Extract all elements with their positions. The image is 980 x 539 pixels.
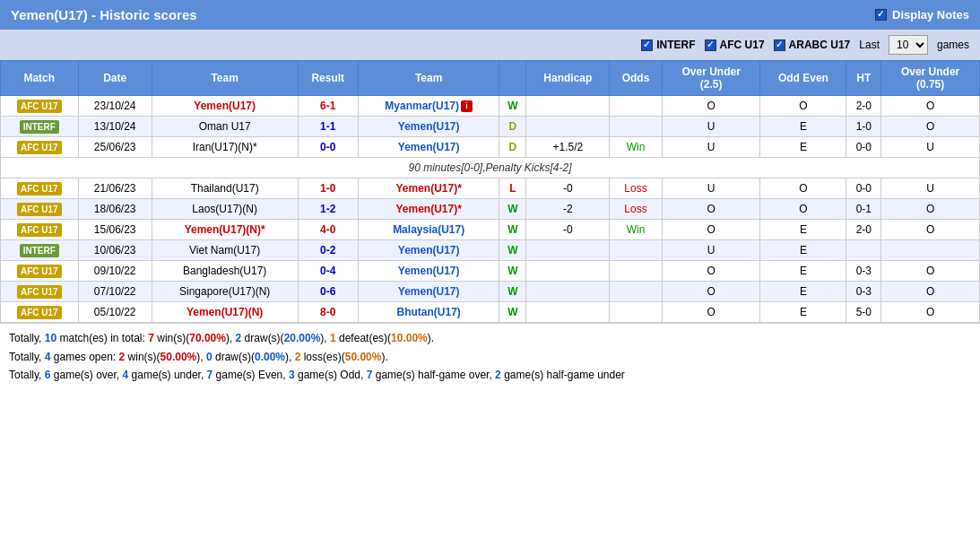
match-outcome: W — [499, 261, 526, 282]
match-team1: Yemen(U17) — [152, 96, 298, 117]
match-team1: Oman U17 — [152, 117, 298, 137]
match-oe: E — [760, 261, 846, 282]
match-oe: E — [760, 220, 846, 240]
match-handicap: -0 — [526, 220, 610, 240]
filter-arabc[interactable]: ARABC U17 — [774, 39, 851, 51]
summary-line-1: Totally, 10 match(es) in total: 7 win(s)… — [9, 329, 971, 347]
match-ou075: O — [881, 96, 980, 117]
match-odds: Win — [610, 137, 663, 158]
match-team2: Yemen(U17) — [358, 117, 499, 137]
col-result: Result — [298, 61, 358, 96]
last-label: Last — [859, 39, 880, 51]
match-result: 1-0 — [298, 178, 358, 199]
match-handicap: -2 — [526, 199, 610, 220]
match-ht: 0-3 — [846, 282, 881, 302]
match-team1: Thailand(U17) — [152, 178, 298, 199]
match-outcome: W — [499, 302, 526, 323]
match-odds — [610, 261, 663, 282]
match-ht — [846, 240, 881, 261]
match-team1: Laos(U17)(N) — [152, 199, 298, 220]
match-ou25: O — [662, 199, 760, 220]
match-result: 4-0 — [298, 220, 358, 240]
match-ou075: U — [881, 137, 980, 158]
col-team1: Team — [152, 61, 298, 96]
match-ht: 0-3 — [846, 261, 881, 282]
match-team1: Singapore(U17)(N) — [152, 282, 298, 302]
match-team1: Iran(U17)(N)* — [152, 137, 298, 158]
match-ou25: U — [662, 178, 760, 199]
col-oe: Odd Even — [760, 61, 846, 96]
match-ou075: O — [881, 302, 980, 323]
match-team2: Yemen(U17) — [358, 261, 499, 282]
match-tag: INTERF — [1, 117, 79, 137]
match-ou25: O — [662, 261, 760, 282]
last-games-select[interactable]: 5 10 15 20 All — [889, 35, 928, 55]
match-result: 8-0 — [298, 302, 358, 323]
match-handicap — [526, 117, 610, 137]
summary-line-2: Totally, 4 games open: 2 win(s)(50.00%),… — [9, 348, 971, 366]
match-outcome: L — [499, 178, 526, 199]
match-tag: AFC U17 — [1, 302, 79, 323]
match-tag: AFC U17 — [1, 220, 79, 240]
match-oe: E — [760, 302, 846, 323]
match-team1: Bangladesh(U17) — [152, 261, 298, 282]
match-handicap — [526, 302, 610, 323]
match-outcome: W — [499, 199, 526, 220]
match-team2: Yemen(U17) — [358, 137, 499, 158]
match-oe: E — [760, 117, 846, 137]
penalty-note: 90 minutes[0-0],Penalty Kicks[4-2] — [1, 158, 980, 178]
match-tag: AFC U17 — [1, 199, 79, 220]
match-ht: 2-0 — [846, 96, 881, 117]
display-notes-toggle[interactable]: Display Notes — [875, 8, 969, 22]
match-ht: 0-1 — [846, 199, 881, 220]
match-result: 0-0 — [298, 137, 358, 158]
match-tag: AFC U17 — [1, 96, 79, 117]
match-handicap: +1.5/2 — [526, 137, 610, 158]
match-outcome: W — [499, 220, 526, 240]
match-result: 1-2 — [298, 199, 358, 220]
summary-section: Totally, 10 match(es) in total: 7 win(s)… — [0, 323, 980, 389]
match-ou075: O — [881, 199, 980, 220]
games-label: games — [937, 39, 969, 51]
match-team1: Yemen(U17)(N)* — [152, 220, 298, 240]
filter-afc-checkbox[interactable] — [705, 39, 716, 51]
match-team1: Viet Nam(U17) — [152, 240, 298, 261]
display-notes-label: Display Notes — [892, 8, 969, 22]
match-oe: E — [760, 240, 846, 261]
match-date: 05/10/22 — [78, 302, 152, 323]
match-team2: Bhutan(U17) — [358, 302, 499, 323]
match-tag: AFC U17 — [1, 282, 79, 302]
col-outcome — [499, 61, 526, 96]
match-result: 0-4 — [298, 261, 358, 282]
match-ou075: O — [881, 117, 980, 137]
match-handicap — [526, 261, 610, 282]
match-ht: 1-0 — [846, 117, 881, 137]
match-handicap — [526, 96, 610, 117]
match-ou075: U — [881, 178, 980, 199]
match-team2: Yemen(U17)* — [358, 199, 499, 220]
match-tag: INTERF — [1, 240, 79, 261]
match-ou25: U — [662, 137, 760, 158]
col-handicap: Handicap — [526, 61, 610, 96]
match-result: 1-1 — [298, 117, 358, 137]
match-date: 15/06/23 — [78, 220, 152, 240]
match-date: 18/06/23 — [78, 199, 152, 220]
match-team2: Yemen(U17) — [358, 282, 499, 302]
display-notes-checkbox[interactable] — [875, 9, 887, 21]
filter-arabc-checkbox[interactable] — [774, 39, 785, 51]
match-outcome: D — [499, 117, 526, 137]
col-ou25: Over Under(2.5) — [662, 61, 760, 96]
match-ou075 — [881, 240, 980, 261]
col-match: Match — [1, 61, 79, 96]
match-team2: Yemen(U17)* — [358, 178, 499, 199]
match-ht: 0-0 — [846, 178, 881, 199]
match-tag: AFC U17 — [1, 137, 79, 158]
match-result: 0-6 — [298, 282, 358, 302]
summary-line-3: Totally, 6 game(s) over, 4 game(s) under… — [9, 366, 971, 384]
filter-interf-checkbox[interactable] — [641, 39, 653, 51]
match-result: 6-1 — [298, 96, 358, 117]
match-ou075: O — [881, 220, 980, 240]
filter-interf[interactable]: INTERF — [641, 39, 695, 51]
match-date: 10/06/23 — [78, 240, 152, 261]
filter-afc[interactable]: AFC U17 — [705, 39, 765, 51]
